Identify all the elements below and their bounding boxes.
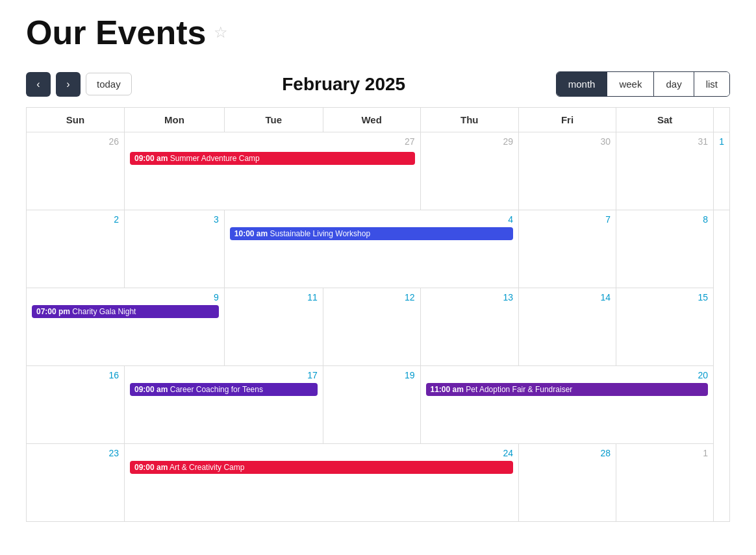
day-cell: 7 bbox=[519, 210, 616, 288]
day-number: 17 bbox=[130, 370, 318, 380]
weekday-sun: Sun bbox=[27, 108, 125, 132]
day-cell: 1 bbox=[616, 444, 713, 522]
day-number: 29 bbox=[426, 136, 514, 147]
day-number: 14 bbox=[524, 292, 611, 302]
favorite-star-icon[interactable]: ☆ bbox=[214, 23, 228, 42]
calendar-week-2: 2 3 4 10:00 am Sustainable Living Worksh… bbox=[27, 210, 730, 288]
day-cell: 27 09:00 am Summer Adventure Camp bbox=[125, 132, 421, 210]
calendar-week-3: 9 07:00 pm Charity Gala Night 11 12 13 1… bbox=[27, 288, 730, 366]
day-number: 16 bbox=[32, 370, 119, 380]
weekday-sat: Sat bbox=[616, 108, 713, 132]
event-bar[interactable]: 09:00 am Art & Creativity Camp bbox=[130, 461, 513, 474]
day-cell: 4 10:00 am Sustainable Living Workshop bbox=[224, 210, 518, 288]
event-bar[interactable]: 09:00 am Career Coaching for Teens bbox=[130, 383, 318, 396]
day-number: 2 bbox=[32, 214, 119, 225]
weekday-mon: Mon bbox=[125, 108, 225, 132]
day-number: 26 bbox=[32, 136, 119, 147]
day-number: 19 bbox=[329, 370, 415, 380]
day-cell: 3 bbox=[125, 210, 225, 288]
day-number: 1 bbox=[622, 448, 708, 458]
day-cell: 19 bbox=[323, 366, 420, 444]
weekday-thu: Thu bbox=[420, 108, 519, 132]
event-bar[interactable]: 07:00 pm Charity Gala Night bbox=[32, 305, 219, 318]
weekday-fri: Fri bbox=[519, 108, 616, 132]
day-number: 7 bbox=[524, 214, 611, 225]
event-bar[interactable]: 10:00 am Sustainable Living Workshop bbox=[230, 227, 513, 240]
today-button[interactable]: today bbox=[86, 73, 132, 95]
view-controls: month week day list bbox=[556, 71, 730, 97]
weekday-header-row: Sun Mon Tue Wed Thu Fri Sat bbox=[27, 108, 730, 132]
day-number: 24 bbox=[130, 448, 513, 458]
next-month-button[interactable]: › bbox=[56, 72, 81, 97]
day-cell: 17 09:00 am Career Coaching for Teens bbox=[125, 366, 323, 444]
calendar-week-5: 23 24 09:00 am Art & Creativity Camp 28 … bbox=[27, 444, 730, 522]
view-month-button[interactable]: month bbox=[557, 72, 608, 96]
day-cell: 11 bbox=[224, 288, 323, 366]
day-number: 15 bbox=[622, 292, 708, 302]
day-number: 11 bbox=[230, 292, 318, 302]
calendar-week-1: 26 27 09:00 am Summer Adventure Camp 29 … bbox=[27, 132, 730, 210]
day-cell: 13 bbox=[420, 288, 519, 366]
day-number: 1 bbox=[719, 136, 724, 147]
day-number: 9 bbox=[32, 292, 219, 302]
view-week-button[interactable]: week bbox=[607, 72, 654, 96]
day-cell: 28 bbox=[519, 444, 616, 522]
day-cell: 12 bbox=[323, 288, 420, 366]
weekday-wed: Wed bbox=[323, 108, 420, 132]
day-number: 3 bbox=[130, 214, 219, 225]
calendar-header: ‹ › today February 2025 month week day l… bbox=[26, 71, 730, 97]
day-number: 20 bbox=[426, 370, 709, 380]
day-number: 27 bbox=[405, 136, 415, 147]
day-cell: 1 bbox=[714, 132, 730, 210]
day-number: 4 bbox=[230, 214, 513, 225]
view-day-button[interactable]: day bbox=[654, 72, 694, 96]
day-number: 23 bbox=[32, 448, 119, 458]
event-bar[interactable]: 09:00 am Summer Adventure Camp bbox=[130, 152, 415, 165]
day-number: 12 bbox=[329, 292, 415, 302]
day-cell: 16 bbox=[27, 366, 125, 444]
day-cell: 15 bbox=[616, 288, 713, 366]
day-number: 31 bbox=[622, 136, 708, 147]
day-cell: 14 bbox=[519, 288, 616, 366]
month-title: February 2025 bbox=[282, 74, 405, 95]
event-bar[interactable]: 11:00 am Pet Adoption Fair & Fundraiser bbox=[426, 383, 709, 396]
prev-month-button[interactable]: ‹ bbox=[26, 72, 51, 97]
day-cell: 31 bbox=[616, 132, 713, 210]
day-cell: 26 bbox=[27, 132, 125, 210]
day-number: 30 bbox=[524, 136, 611, 147]
page-title: Our Events bbox=[26, 13, 206, 52]
calendar-week-4: 16 17 09:00 am Career Coaching for Teens… bbox=[27, 366, 730, 444]
day-cell: 23 bbox=[27, 444, 125, 522]
nav-controls: ‹ › today bbox=[26, 72, 132, 97]
day-cell: 8 bbox=[616, 210, 713, 288]
day-cell: 24 09:00 am Art & Creativity Camp bbox=[125, 444, 519, 522]
day-cell: 2 bbox=[27, 210, 125, 288]
day-cell: 30 bbox=[519, 132, 616, 210]
calendar-table: Sun Mon Tue Wed Thu Fri Sat 26 27 bbox=[26, 107, 730, 522]
day-number: 13 bbox=[426, 292, 514, 302]
day-number: 8 bbox=[622, 214, 708, 225]
view-list-button[interactable]: list bbox=[694, 72, 729, 96]
day-cell: 20 11:00 am Pet Adoption Fair & Fundrais… bbox=[420, 366, 714, 444]
day-number: 28 bbox=[524, 448, 611, 458]
weekday-tue: Tue bbox=[224, 108, 323, 132]
day-cell: 9 07:00 pm Charity Gala Night bbox=[27, 288, 225, 366]
day-cell: 29 bbox=[420, 132, 519, 210]
